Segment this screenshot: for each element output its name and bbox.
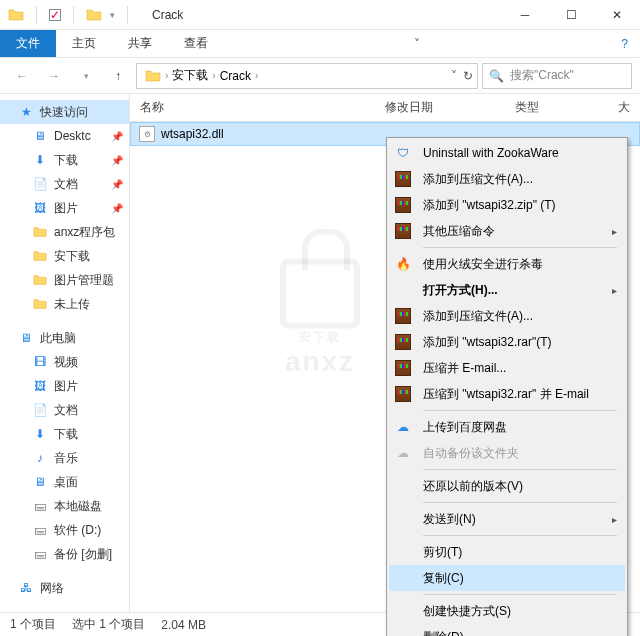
tab-view[interactable]: 查看 [168,30,224,57]
drive-icon: 🖴 [32,546,48,562]
column-type[interactable]: 类型 [505,99,608,116]
sidebar-item-label: 下载 [54,426,78,443]
menu-rar-add-named[interactable]: 添加到 "wtsapi32.rar"(T) [389,329,625,355]
maximize-button[interactable]: ☐ [548,0,594,30]
sidebar-item-pictures[interactable]: 🖼图片 [0,374,129,398]
sidebar-item-label: 图片管理题 [54,272,114,289]
shield-icon: 🛡 [393,143,413,163]
status-item-count: 1 个项目 [10,616,56,633]
column-headers: 名称 修改日期 类型 大 [130,94,640,122]
sidebar-item-picmgr[interactable]: 图片管理题 [0,268,129,292]
drive-icon: 🖴 [32,522,48,538]
menu-add-archive[interactable]: 添加到压缩文件(A)... [389,166,625,192]
sidebar-item-documents[interactable]: 📄文档 [0,398,129,422]
menu-rar-email[interactable]: 压缩并 E-mail... [389,355,625,381]
sidebar-item-music[interactable]: ♪音乐 [0,446,129,470]
sidebar-item-anxiazai[interactable]: 安下载 [0,244,129,268]
sidebar-item-drive-d[interactable]: 🖴软件 (D:) [0,518,129,542]
tab-share[interactable]: 共享 [112,30,168,57]
archive-icon [393,195,413,215]
checkbox-icon[interactable]: ✓ [49,9,61,21]
sidebar-item-downloads[interactable]: ⬇下载 [0,422,129,446]
separator [423,535,617,536]
ribbon: 文件 主页 共享 查看 ˅ ? [0,30,640,58]
column-more[interactable]: 大 [608,99,640,116]
menu-rar-to-email[interactable]: 压缩到 "wtsapi32.rar" 并 E-mail [389,381,625,407]
sidebar-item-label: Desktc [54,129,91,143]
help-button[interactable]: ? [609,30,640,57]
search-input[interactable]: 🔍 搜索"Crack" [482,63,632,89]
back-button[interactable]: ← [8,62,36,90]
menu-add-zip[interactable]: 添加到 "wtsapi32.zip" (T) [389,192,625,218]
menu-delete[interactable]: 删除(D) [389,624,625,636]
sidebar-item-label: 未上传 [54,296,90,313]
dropdown-icon[interactable]: ˅ [451,69,457,83]
divider [73,6,74,24]
address-bar[interactable]: › 安下载 › Crack › ˅ ↻ [136,63,478,89]
menu-restore-versions[interactable]: 还原以前的版本(V) [389,473,625,499]
column-name[interactable]: 名称 [130,99,375,116]
sidebar-item-desktop[interactable]: 🖥桌面 [0,470,129,494]
breadcrumb[interactable]: 安下载 [168,67,212,84]
minimize-button[interactable]: ─ [502,0,548,30]
column-date[interactable]: 修改日期 [375,99,505,116]
ribbon-expand[interactable]: ˅ [402,30,432,57]
sidebar-item-label: 音乐 [54,450,78,467]
pin-icon: 📌 [111,155,123,166]
star-icon: ★ [18,104,34,120]
sidebar-this-pc[interactable]: 🖥此电脑 [0,326,129,350]
separator [423,469,617,470]
file-tab[interactable]: 文件 [0,30,56,57]
rar-icon [393,358,413,378]
context-menu: 🛡Uninstall with ZookaWare 添加到压缩文件(A)... … [386,137,628,636]
chevron-down-icon[interactable]: ▾ [110,10,115,20]
menu-send-to[interactable]: 发送到(N)▸ [389,506,625,532]
menu-open-with[interactable]: 打开方式(H)...▸ [389,277,625,303]
recent-dropdown[interactable]: ▾ [72,62,100,90]
sidebar-item-label: 安下载 [54,248,90,265]
folder-icon[interactable] [86,7,102,23]
sidebar-item-pictures[interactable]: 🖼图片📌 [0,196,129,220]
tab-home[interactable]: 主页 [56,30,112,57]
sidebar-quick-access[interactable]: ★快速访问 [0,100,129,124]
up-button[interactable]: ↑ [104,62,132,90]
video-icon: 🎞 [32,354,48,370]
refresh-icon[interactable]: ↻ [463,69,473,83]
menu-uninstall[interactable]: 🛡Uninstall with ZookaWare [389,140,625,166]
folder-icon [8,7,24,23]
chevron-right-icon[interactable]: › [255,70,258,81]
download-icon: ⬇ [32,426,48,442]
folder-icon [32,272,48,288]
sidebar-network[interactable]: 🖧网络 [0,576,129,600]
sidebar-item-label: 视频 [54,354,78,371]
pin-icon: 📌 [111,203,123,214]
sidebar-item-videos[interactable]: 🎞视频 [0,350,129,374]
breadcrumb[interactable]: Crack [216,69,255,83]
menu-copy[interactable]: 复制(C) [389,565,625,591]
sidebar-item-localdisk[interactable]: 🖴本地磁盘 [0,494,129,518]
sidebar-item-downloads[interactable]: ⬇下载📌 [0,148,129,172]
rar-icon [393,332,413,352]
sidebar-item-backup[interactable]: 🖴备份 [勿删] [0,542,129,566]
forward-button[interactable]: → [40,62,68,90]
menu-create-shortcut[interactable]: 创建快捷方式(S) [389,598,625,624]
menu-huorong-scan[interactable]: 🔥使用火绒安全进行杀毒 [389,251,625,277]
network-icon: 🖧 [18,580,34,596]
sidebar-item-label: 图片 [54,378,78,395]
desktop-icon: 🖥 [32,128,48,144]
pin-icon: 📌 [111,131,123,142]
folder-icon [32,224,48,240]
sidebar-item-anxz[interactable]: anxz程序包 [0,220,129,244]
menu-baidu-upload[interactable]: ☁上传到百度网盘 [389,414,625,440]
navigation-bar: ← → ▾ ↑ › 安下载 › Crack › ˅ ↻ 🔍 搜索"Crack" [0,58,640,94]
menu-cut[interactable]: 剪切(T) [389,539,625,565]
sidebar-item-desktop[interactable]: 🖥Desktc📌 [0,124,129,148]
menu-other-zip[interactable]: 其他压缩命令▸ [389,218,625,244]
close-button[interactable]: ✕ [594,0,640,30]
window-title: Crack [152,8,183,22]
sidebar-item-notuploaded[interactable]: 未上传 [0,292,129,316]
folder-icon [32,296,48,312]
menu-rar-add[interactable]: 添加到压缩文件(A)... [389,303,625,329]
chevron-right-icon: ▸ [612,226,617,237]
sidebar-item-documents[interactable]: 📄文档📌 [0,172,129,196]
